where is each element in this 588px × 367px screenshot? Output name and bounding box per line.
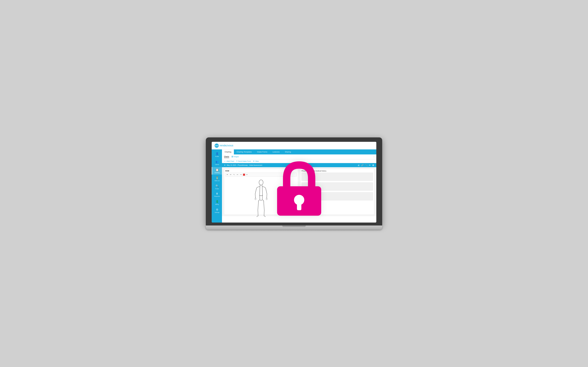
sidebar-label-finder: Finder: [215, 188, 219, 190]
pen-tool-button[interactable]: ✒: [226, 173, 229, 176]
laptop-base: [206, 225, 382, 230]
tab-charting[interactable]: Charting: [222, 150, 234, 154]
print-icon[interactable]: 🖨: [357, 164, 360, 166]
medical-input-3[interactable]: [302, 192, 373, 200]
color-dropdown-button[interactable]: ▾: [246, 173, 248, 176]
medical-input-1[interactable]: [302, 173, 373, 181]
sidebar-label-requests: Requests: [214, 196, 220, 197]
chart-left-panel: ROM ✒ ✏ ↖ ↩ ↪ ▾: [224, 169, 298, 215]
billing-icon: 💲: [216, 200, 219, 203]
sub-nav-charts[interactable]: Charts: [224, 156, 229, 158]
sidebar-label-wait-list: Wait List: [215, 180, 219, 182]
app-container: GO rendezvous 👤 Profile: [212, 142, 376, 223]
delete-icon[interactable]: 🗑: [372, 164, 374, 166]
logo-text: rendezvous: [220, 144, 233, 147]
sidebar-item-clients[interactable]: 👥 Clients: [212, 159, 222, 167]
clients-icon: 👥: [216, 160, 219, 163]
sidebar-label-charting: Charting: [215, 172, 219, 173]
requests-count: 0: [216, 192, 218, 195]
chart-row: ▼ May 15 2023 - Physiotherapy - Initial …: [222, 163, 376, 167]
toolbar: + + Add Chart ✈ Send Intake Form 👁 View: [222, 159, 376, 163]
select-tool-button[interactable]: ↖: [233, 173, 235, 176]
rom-title: ROM: [225, 170, 297, 172]
charting-icon: 📋: [216, 168, 219, 171]
send-intake-form-button[interactable]: ✈ Send Intake Form: [236, 160, 251, 162]
content-area: Charting Charting Templates Intake Forms…: [222, 150, 376, 223]
settings-icon: ⚙: [216, 208, 218, 211]
laptop-container: GO rendezvous 👤 Profile: [206, 137, 382, 230]
color-picker-button[interactable]: [243, 174, 245, 176]
body-figure-area: [225, 178, 297, 219]
sidebar-item-settings[interactable]: ⚙ Settings: [212, 207, 222, 214]
medical-history-label: Please indicate ast medical history.: [302, 170, 373, 172]
sidebar: 👤 Profile 👥 Clients 📋 Charting ⏳: [212, 150, 222, 223]
sub-nav-chevron: ›: [374, 156, 374, 158]
sidebar-label-profile: Profile: [215, 156, 219, 157]
wait-list-icon: ⏳: [216, 176, 219, 180]
logo-icon: GO: [215, 143, 219, 148]
body-figure-svg: [254, 179, 268, 217]
sidebar-item-charting[interactable]: 📋 Charting: [212, 167, 222, 175]
app-header: GO rendezvous: [212, 142, 376, 150]
chart-right-panel: Please indicate ast medical history.: [300, 169, 374, 215]
edit-icon[interactable]: ✏: [369, 164, 371, 166]
sidebar-item-profile[interactable]: 👤 Profile: [212, 151, 222, 158]
link-icon[interactable]: 📎: [365, 164, 367, 166]
view-button[interactable]: 👁 View: [253, 160, 259, 162]
tab-bar: Charting Charting Templates Intake Forms…: [222, 150, 376, 154]
add-chart-icon: +: [224, 160, 225, 162]
profile-icon: 👤: [216, 152, 219, 155]
laptop-screen: GO rendezvous 👤 Profile: [212, 142, 376, 223]
tab-intake-forms[interactable]: Intake Forms: [254, 150, 270, 154]
screen-bezel: GO rendezvous 👤 Profile: [206, 137, 382, 225]
page-content: Charts 🖼 Images › +: [222, 154, 376, 223]
medical-input-2[interactable]: [302, 183, 373, 191]
sidebar-label-billing: Billing: [215, 204, 219, 205]
undo-button[interactable]: ↩: [236, 173, 239, 176]
sidebar-item-requests[interactable]: 0 Requests: [212, 191, 222, 198]
svg-point-0: [259, 180, 263, 185]
sidebar-item-billing[interactable]: 💲 Billing: [212, 199, 222, 206]
sidebar-item-wait-list[interactable]: ⏳ Wait List: [212, 175, 222, 183]
chart-chevron: ▼: [224, 164, 226, 166]
main-layout: 👤 Profile 👥 Clients 📋 Charting ⏳: [212, 150, 376, 223]
logo: GO rendezvous: [215, 143, 233, 148]
share-icon[interactable]: 🔗: [361, 164, 363, 166]
images-icon: 🖼: [232, 156, 233, 158]
tab-lexicons[interactable]: Lexicons: [270, 150, 282, 154]
sidebar-label-settings: Settings: [215, 212, 219, 213]
add-chart-button[interactable]: + + Add Chart: [224, 160, 234, 162]
tab-charting-templates[interactable]: Charting Templates: [234, 150, 254, 154]
pencil-tool-button[interactable]: ✏: [229, 173, 232, 176]
sub-nav-images[interactable]: 🖼 Images: [232, 156, 239, 158]
finder-icon: 🔍: [216, 184, 219, 188]
redo-button[interactable]: ↪: [240, 173, 242, 176]
svg-line-2: [262, 185, 262, 187]
chart-row-actions: 🖨 🔗 📎 ✏ 🗑: [357, 164, 374, 166]
sub-nav: Charts 🖼 Images ›: [222, 154, 376, 159]
send-icon: ✈: [236, 160, 238, 162]
tab-sharing[interactable]: Sharing: [282, 150, 294, 154]
view-icon: 👁: [253, 160, 255, 162]
svg-line-1: [260, 185, 260, 187]
sidebar-item-finder[interactable]: 🔍 Finder: [212, 183, 222, 191]
chart-content: ROM ✒ ✏ ↖ ↩ ↪ ▾: [222, 167, 376, 216]
chart-tools: ✒ ✏ ↖ ↩ ↪ ▾: [225, 173, 297, 177]
chart-row-title: May 15 2023 - Physiotherapy - Initial As…: [227, 164, 356, 166]
sidebar-label-clients: Clients: [215, 164, 219, 165]
